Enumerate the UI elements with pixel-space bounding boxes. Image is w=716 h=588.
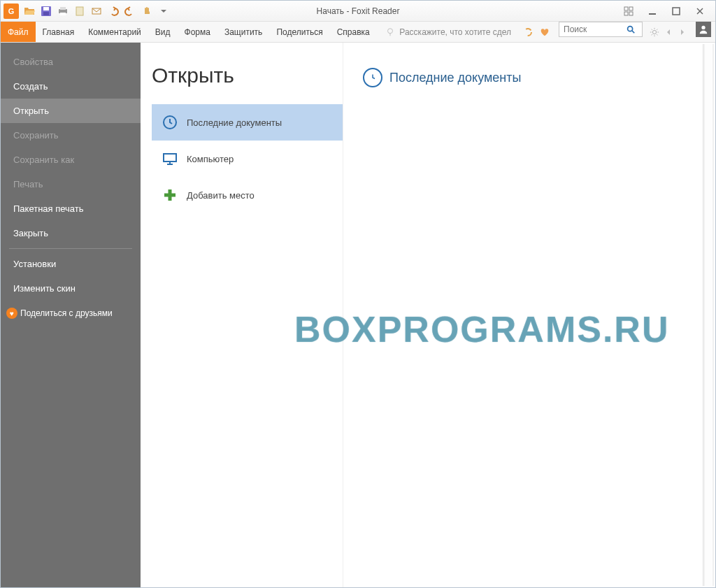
next-icon[interactable] [676, 26, 689, 38]
svg-rect-1 [43, 7, 49, 10]
lightbulb-icon [385, 27, 395, 37]
content: Открыть Последние документы Компьютер До… [141, 43, 715, 587]
svg-point-18 [524, 29, 531, 36]
svg-rect-4 [60, 7, 66, 10]
svg-rect-13 [673, 8, 680, 15]
tab-comment[interactable]: Комментарий [81, 22, 148, 42]
blank-page-icon[interactable] [72, 3, 87, 19]
app-icon: G [3, 3, 19, 19]
tell-me-field[interactable]: Расскажите, что хотите сдел [380, 22, 517, 42]
email-icon[interactable] [89, 3, 104, 19]
ribbon-nav [645, 22, 692, 42]
open-item-add-place-label: Добавить место [187, 190, 255, 201]
tab-view[interactable]: Вид [148, 22, 178, 42]
svg-point-21 [652, 30, 656, 34]
sidebar-item-change-skin[interactable]: Изменить скин [1, 276, 141, 301]
sidebar-item-open[interactable]: Открыть [1, 99, 141, 123]
main: Свойства Создать Открыть Сохранить Сохра… [1, 43, 715, 587]
tab-file[interactable]: Файл [1, 22, 36, 42]
print-icon[interactable] [55, 3, 71, 19]
svg-point-22 [701, 26, 705, 29]
svg-point-19 [628, 27, 633, 31]
loading-icon[interactable] [521, 25, 535, 39]
sidebar-item-close[interactable]: Закрыть [1, 221, 141, 245]
tab-protect[interactable]: Защитить [217, 22, 269, 42]
svg-rect-24 [164, 154, 176, 162]
window-controls [620, 4, 715, 18]
svg-rect-10 [624, 12, 628, 15]
redo-icon[interactable] [122, 3, 138, 19]
open-icon[interactable] [22, 3, 37, 19]
ribbon-mini-icons [517, 22, 556, 42]
save-icon[interactable] [38, 3, 54, 19]
recent-documents-label: Последние документы [389, 71, 521, 85]
user-icon[interactable] [696, 22, 711, 37]
sidebar-item-save: Сохранить [1, 123, 141, 148]
file-sidebar: Свойства Создать Открыть Сохранить Сохра… [1, 43, 141, 587]
minimize-button[interactable] [644, 4, 661, 18]
sidebar-item-properties: Свойства [1, 50, 141, 74]
open-item-computer-label: Компьютер [187, 154, 234, 164]
svg-rect-2 [43, 12, 49, 15]
maximize-button[interactable] [668, 4, 685, 18]
tab-share[interactable]: Поделиться [269, 22, 329, 42]
scrollbar-thumb[interactable] [705, 44, 713, 586]
undo-icon[interactable] [106, 3, 121, 19]
svg-point-16 [388, 28, 393, 33]
svg-rect-5 [60, 13, 66, 15]
sidebar-share-label: Поделиться с друзьями [20, 308, 113, 318]
tab-form[interactable]: Форма [178, 22, 217, 42]
sidebar-item-preferences[interactable]: Установки [1, 252, 141, 276]
open-item-recent[interactable]: Последние документы [152, 104, 343, 141]
clock-icon [162, 114, 178, 131]
tab-home[interactable]: Главная [36, 22, 82, 42]
open-item-computer[interactable]: Компьютер [152, 141, 343, 177]
heart-badge-icon: ♥ [6, 308, 17, 319]
hand-tool-icon[interactable] [139, 3, 155, 19]
prev-icon[interactable] [662, 26, 675, 38]
sidebar-item-batch-print[interactable]: Пакетная печать [1, 196, 141, 221]
close-button[interactable] [692, 4, 708, 18]
sidebar-divider [9, 248, 132, 249]
svg-line-20 [632, 31, 635, 34]
ribbon: Файл Главная Комментарий Вид Форма Защит… [1, 22, 715, 43]
sidebar-item-print: Печать [1, 172, 141, 196]
tab-help[interactable]: Справка [330, 22, 377, 42]
sidebar-item-create[interactable]: Создать [1, 74, 141, 99]
ribbon-toggle-icon[interactable] [620, 4, 637, 18]
open-locations: Открыть Последние документы Компьютер До… [141, 43, 343, 587]
clock-large-icon [363, 68, 382, 87]
qat-dropdown-icon[interactable] [156, 3, 171, 19]
gear-icon[interactable] [648, 26, 661, 38]
page-heading: Открыть [152, 64, 343, 87]
search-input[interactable] [559, 24, 622, 34]
recent-documents-heading: Последние документы [363, 68, 715, 87]
svg-rect-6 [76, 7, 83, 15]
vertical-scrollbar[interactable] [703, 44, 714, 586]
search-button[interactable] [622, 22, 639, 36]
heart-icon[interactable] [538, 25, 552, 39]
search-box[interactable] [559, 22, 643, 37]
plus-icon [162, 187, 178, 203]
computer-icon [162, 150, 178, 167]
sidebar-item-save-as: Сохранить как [1, 148, 141, 172]
open-item-add-place[interactable]: Добавить место [152, 177, 343, 213]
sidebar-item-share-friends[interactable]: ♥ Поделиться с друзьями [1, 301, 141, 326]
open-item-recent-label: Последние документы [187, 117, 282, 128]
svg-rect-11 [629, 12, 633, 15]
tell-me-placeholder: Расскажите, что хотите сдел [399, 27, 511, 37]
titlebar: G Начать - Foxit Reader [1, 1, 715, 22]
quick-access-toolbar [22, 3, 171, 19]
recent-documents-panel: Последние документы [343, 43, 715, 587]
svg-rect-9 [629, 7, 633, 10]
svg-rect-8 [624, 7, 628, 10]
